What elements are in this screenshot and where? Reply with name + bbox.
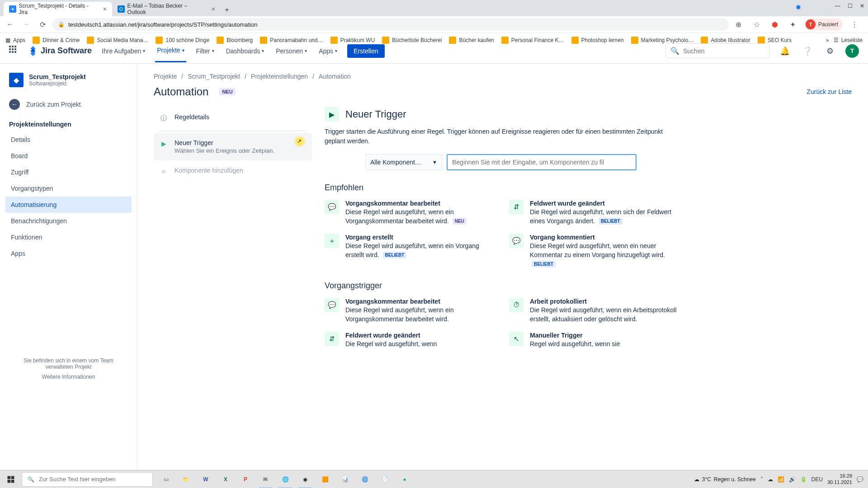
- learn-more-link[interactable]: Weitere Informationen: [11, 374, 126, 380]
- trigger-card[interactable]: ⇵Feldwert wurde geändertDie Regel wird a…: [509, 200, 677, 225]
- forward-button[interactable]: →: [20, 18, 33, 31]
- sidebar-item-vorgangstypen[interactable]: Vorgangstypen: [5, 180, 132, 197]
- nav-item-projekte[interactable]: Projekte▾: [155, 39, 186, 62]
- step-new-trigger[interactable]: ▶ Neuer Trigger Wählen Sie ein Ereignis …: [154, 133, 312, 160]
- app-switcher-icon[interactable]: [9, 46, 20, 56]
- kebab-menu-icon[interactable]: ⋮: [848, 18, 861, 31]
- breadcrumb-item[interactable]: Automation: [319, 73, 351, 80]
- bookmark-item[interactable]: Personal Finance K…: [501, 37, 564, 44]
- start-button[interactable]: [0, 470, 22, 488]
- global-search[interactable]: 🔍: [665, 43, 769, 58]
- url-field[interactable]: 🔒 testdeutsch1.atlassian.net/jira/softwa…: [52, 18, 729, 31]
- bookmark-item[interactable]: SEO Kurs: [758, 37, 792, 44]
- zoom-icon[interactable]: ⊕: [732, 18, 745, 31]
- adblock-icon[interactable]: ⬢: [769, 18, 781, 31]
- taskbar-search[interactable]: 🔍: [22, 472, 153, 487]
- language-indicator[interactable]: DEU: [811, 476, 823, 483]
- nav-item-apps[interactable]: Apps▾: [317, 39, 339, 62]
- extensions-icon[interactable]: ✦: [787, 18, 799, 31]
- minimize-icon[interactable]: —: [835, 3, 840, 9]
- excel-icon[interactable]: X: [216, 470, 235, 488]
- maximize-icon[interactable]: ☐: [848, 3, 853, 9]
- nav-item-filter[interactable]: Filter▾: [194, 39, 216, 62]
- sidebar-item-funktionen[interactable]: Funktionen: [5, 229, 132, 245]
- trigger-card[interactable]: 💬Vorgangskommentar bearbeitetDiese Regel…: [325, 298, 493, 324]
- jira-logo[interactable]: Jira Software: [28, 46, 92, 56]
- battery-icon[interactable]: 🔋: [800, 476, 807, 483]
- user-avatar[interactable]: T: [845, 44, 859, 58]
- settings-gear-icon[interactable]: ⚙: [823, 44, 837, 58]
- nav-item-personen[interactable]: Personen▾: [274, 39, 309, 62]
- step-add-component[interactable]: ○ Komponente hinzufügen: [154, 160, 312, 181]
- back-button[interactable]: ←: [4, 18, 16, 31]
- browser-tab[interactable]: ✦ Scrum_Testprojekt - Details - Jira ×: [4, 2, 112, 16]
- trigger-card[interactable]: 💬Vorgangskommentar bearbeitetDiese Regel…: [325, 200, 493, 225]
- file-explorer-icon[interactable]: 📁: [176, 470, 195, 488]
- create-button[interactable]: Erstellen: [347, 44, 384, 58]
- overflow-icon[interactable]: »: [826, 37, 829, 43]
- word-icon[interactable]: W: [196, 470, 215, 488]
- back-to-project-link[interactable]: ← Zurück zum Projekt: [5, 94, 132, 114]
- trigger-card[interactable]: ＋Vorgang erstelltDiese Regel wird ausgef…: [325, 234, 493, 268]
- bookmark-item[interactable]: Bücher kaufen: [449, 37, 494, 44]
- trigger-card[interactable]: ↖Manueller TriggerRegel wird ausgeführt,…: [509, 332, 677, 349]
- component-filter-input[interactable]: [447, 154, 637, 170]
- chrome-icon[interactable]: 🌐: [276, 470, 295, 488]
- trigger-card[interactable]: ⇵Feldwert wurde geändertDie Regel wird a…: [325, 332, 493, 349]
- breadcrumb-item[interactable]: Scrum_Testprojekt: [188, 73, 240, 80]
- profile-badge[interactable]: T Pausiert: [805, 19, 843, 30]
- app-icon[interactable]: 🟧: [316, 470, 335, 488]
- sidebar-item-details[interactable]: Details: [5, 131, 132, 148]
- nav-item-ihre-aufgaben[interactable]: Ihre Aufgaben▾: [100, 39, 147, 62]
- taskbar-search-input[interactable]: [39, 476, 147, 483]
- spotify-icon[interactable]: ●: [395, 470, 414, 488]
- bookmark-item[interactable]: Adobe Illustrator: [701, 37, 750, 44]
- sidebar-item-automatisierung[interactable]: Automatisierung: [5, 197, 132, 213]
- nav-item-dashboards[interactable]: Dashboards▾: [224, 39, 266, 62]
- step-rule-details[interactable]: ⓘ Regeldetails: [154, 107, 312, 129]
- help-icon[interactable]: ❔: [800, 44, 815, 58]
- edge-icon[interactable]: 🌀: [355, 470, 374, 488]
- bookmark-item[interactable]: Dinner & Crime: [33, 37, 80, 44]
- tray-chevron-icon[interactable]: ˄: [760, 476, 763, 483]
- apps-shortcut[interactable]: ▦Apps: [5, 37, 25, 43]
- wifi-icon[interactable]: 📶: [778, 476, 784, 483]
- volume-icon[interactable]: 🔊: [789, 476, 796, 483]
- bookmark-item[interactable]: Bücherliste Bücherei: [382, 37, 442, 44]
- new-tab-button[interactable]: +: [221, 4, 233, 16]
- bookmark-item[interactable]: Marketing Psycholo…: [631, 37, 694, 44]
- breadcrumb-item[interactable]: Projekteinstellungen: [251, 73, 308, 80]
- weather-widget[interactable]: ☁ 3°C Regen u. Schnee: [694, 476, 756, 483]
- task-view-icon[interactable]: ▭: [156, 470, 175, 488]
- jira-icon: [28, 46, 38, 56]
- component-dropdown[interactable]: Alle Komponent… ▼: [365, 154, 442, 170]
- browser-tab[interactable]: O E-Mail – Tobias Becker – Outlook ×: [112, 2, 221, 16]
- search-input[interactable]: [683, 47, 764, 55]
- notepad-icon[interactable]: 📄: [375, 470, 394, 488]
- notification-center-icon[interactable]: 💬: [857, 476, 863, 483]
- bookmark-item[interactable]: Photoshop lernen: [571, 37, 624, 44]
- chevron-down-icon: ▾: [335, 48, 337, 53]
- close-icon[interactable]: ✕: [860, 3, 864, 9]
- tab-close-icon[interactable]: ×: [212, 5, 215, 13]
- clock[interactable]: 16:28 30.11.2021: [827, 473, 852, 485]
- app-icon[interactable]: 📊: [335, 470, 354, 488]
- project-header[interactable]: ◆ Scrum_Testprojekt Softwareprojekt: [5, 73, 132, 94]
- sidebar-item-zugriff[interactable]: Zugriff: [5, 164, 132, 180]
- sidebar-item-benachrichtigungen[interactable]: Benachrichtigungen: [5, 213, 132, 229]
- breadcrumb-item[interactable]: Projekte: [154, 73, 177, 80]
- back-to-list-link[interactable]: Zurück zur Liste: [807, 88, 852, 95]
- sidebar-item-apps[interactable]: Apps: [5, 245, 132, 262]
- onedrive-icon[interactable]: ☁: [768, 476, 773, 483]
- tab-close-icon[interactable]: ×: [103, 5, 107, 13]
- trigger-card[interactable]: 💬Vorgang kommentiertDiese Regel wird aus…: [509, 234, 677, 268]
- obs-icon[interactable]: ◉: [296, 470, 315, 488]
- mail-icon[interactable]: ✉: [256, 470, 275, 488]
- reading-list-button[interactable]: ☰Leseliste: [834, 37, 863, 43]
- bookmark-star-icon[interactable]: ☆: [750, 18, 763, 31]
- trigger-card[interactable]: ⏱Arbeit protokolliertDie Regel wird ausg…: [509, 298, 677, 324]
- notifications-icon[interactable]: 🔔: [778, 44, 792, 58]
- sidebar-item-board[interactable]: Board: [5, 148, 132, 164]
- powerpoint-icon[interactable]: P: [236, 470, 255, 488]
- reload-button[interactable]: ⟳: [36, 18, 49, 31]
